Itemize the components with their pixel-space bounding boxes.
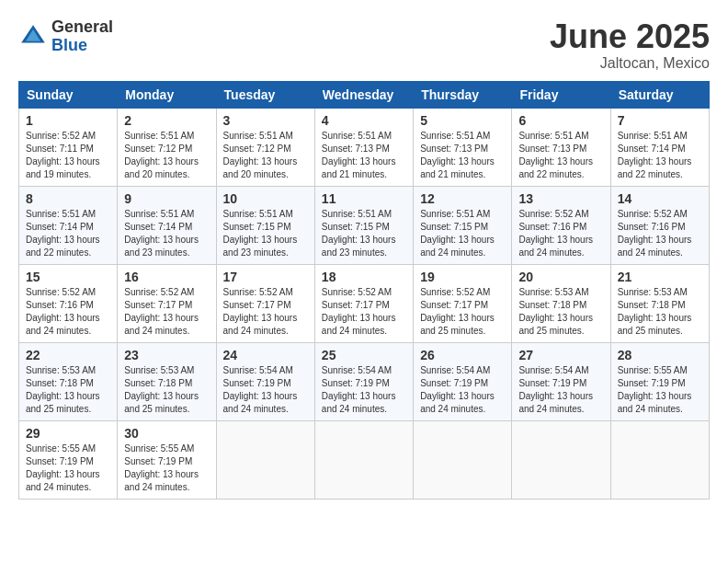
day-number: 13 — [518, 191, 603, 206]
calendar-cell — [610, 420, 709, 499]
logo: General Blue — [18, 18, 113, 55]
week-row-5: 29Sunrise: 5:55 AM Sunset: 7:19 PM Dayli… — [19, 420, 710, 499]
day-number: 2 — [124, 113, 209, 128]
logo-blue: Blue — [51, 37, 113, 55]
day-number: 21 — [618, 270, 702, 284]
day-info: Sunrise: 5:54 AM Sunset: 7:19 PM Dayligh… — [518, 364, 603, 416]
day-number: 8 — [26, 191, 110, 206]
logo-icon — [18, 22, 48, 52]
day-info: Sunrise: 5:52 AM Sunset: 7:17 PM Dayligh… — [420, 286, 505, 338]
day-info: Sunrise: 5:52 AM Sunset: 7:16 PM Dayligh… — [518, 208, 603, 259]
day-number: 24 — [223, 348, 308, 362]
calendar-table: SundayMondayTuesdayWednesdayThursdayFrid… — [18, 81, 710, 500]
calendar-cell: 18Sunrise: 5:52 AM Sunset: 7:17 PM Dayli… — [314, 264, 413, 342]
calendar-cell — [414, 420, 512, 499]
day-info: Sunrise: 5:52 AM Sunset: 7:17 PM Dayligh… — [322, 286, 406, 338]
calendar-cell: 12Sunrise: 5:51 AM Sunset: 7:15 PM Dayli… — [414, 186, 512, 264]
calendar-cell: 27Sunrise: 5:54 AM Sunset: 7:19 PM Dayli… — [512, 342, 610, 420]
col-header-friday: Friday — [512, 81, 610, 108]
calendar-cell: 21Sunrise: 5:53 AM Sunset: 7:18 PM Dayli… — [610, 264, 709, 342]
calendar-cell: 19Sunrise: 5:52 AM Sunset: 7:17 PM Dayli… — [414, 264, 512, 342]
location-title: Jaltocan, Mexico — [550, 55, 710, 72]
day-info: Sunrise: 5:55 AM Sunset: 7:19 PM Dayligh… — [618, 364, 702, 416]
calendar-cell: 30Sunrise: 5:55 AM Sunset: 7:19 PM Dayli… — [118, 420, 216, 499]
header-row: SundayMondayTuesdayWednesdayThursdayFrid… — [19, 81, 710, 108]
calendar-cell: 24Sunrise: 5:54 AM Sunset: 7:19 PM Dayli… — [216, 342, 314, 420]
week-row-4: 22Sunrise: 5:53 AM Sunset: 7:18 PM Dayli… — [19, 342, 710, 420]
day-info: Sunrise: 5:51 AM Sunset: 7:12 PM Dayligh… — [124, 130, 209, 181]
day-number: 5 — [420, 113, 505, 128]
page-header: General Blue June 2025 Jaltocan, Mexico — [18, 18, 710, 72]
calendar-cell: 11Sunrise: 5:51 AM Sunset: 7:15 PM Dayli… — [314, 186, 413, 264]
calendar-cell: 13Sunrise: 5:52 AM Sunset: 7:16 PM Dayli… — [512, 186, 610, 264]
day-number: 29 — [26, 426, 110, 441]
day-number: 3 — [223, 113, 308, 128]
day-number: 11 — [322, 191, 406, 206]
day-number: 19 — [420, 270, 505, 284]
calendar-cell: 17Sunrise: 5:52 AM Sunset: 7:17 PM Dayli… — [216, 264, 314, 342]
calendar-cell: 2Sunrise: 5:51 AM Sunset: 7:12 PM Daylig… — [118, 108, 216, 186]
col-header-saturday: Saturday — [610, 81, 709, 108]
calendar-cell: 26Sunrise: 5:54 AM Sunset: 7:19 PM Dayli… — [414, 342, 512, 420]
col-header-thursday: Thursday — [414, 81, 512, 108]
calendar-cell: 29Sunrise: 5:55 AM Sunset: 7:19 PM Dayli… — [19, 420, 118, 499]
calendar-cell: 8Sunrise: 5:51 AM Sunset: 7:14 PM Daylig… — [19, 186, 118, 264]
col-header-monday: Monday — [118, 81, 216, 108]
day-info: Sunrise: 5:51 AM Sunset: 7:15 PM Dayligh… — [322, 208, 406, 259]
day-number: 26 — [420, 348, 505, 362]
calendar-cell: 14Sunrise: 5:52 AM Sunset: 7:16 PM Dayli… — [610, 186, 709, 264]
calendar-cell: 1Sunrise: 5:52 AM Sunset: 7:11 PM Daylig… — [19, 108, 118, 186]
day-info: Sunrise: 5:54 AM Sunset: 7:19 PM Dayligh… — [223, 364, 308, 416]
day-info: Sunrise: 5:51 AM Sunset: 7:14 PM Dayligh… — [124, 208, 209, 259]
day-number: 14 — [618, 191, 702, 206]
calendar-cell: 20Sunrise: 5:53 AM Sunset: 7:18 PM Dayli… — [512, 264, 610, 342]
day-number: 7 — [618, 113, 702, 128]
day-info: Sunrise: 5:52 AM Sunset: 7:16 PM Dayligh… — [26, 286, 110, 338]
calendar-cell: 5Sunrise: 5:51 AM Sunset: 7:13 PM Daylig… — [414, 108, 512, 186]
day-number: 22 — [26, 348, 110, 362]
calendar-cell: 22Sunrise: 5:53 AM Sunset: 7:18 PM Dayli… — [19, 342, 118, 420]
calendar-cell: 15Sunrise: 5:52 AM Sunset: 7:16 PM Dayli… — [19, 264, 118, 342]
logo-general: General — [51, 18, 113, 37]
day-info: Sunrise: 5:52 AM Sunset: 7:16 PM Dayligh… — [618, 208, 702, 259]
col-header-wednesday: Wednesday — [314, 81, 413, 108]
day-info: Sunrise: 5:51 AM Sunset: 7:13 PM Dayligh… — [420, 130, 505, 181]
day-number: 16 — [124, 270, 209, 284]
month-title: June 2025 — [550, 18, 710, 55]
day-number: 4 — [322, 113, 406, 128]
calendar-cell: 3Sunrise: 5:51 AM Sunset: 7:12 PM Daylig… — [216, 108, 314, 186]
title-block: June 2025 Jaltocan, Mexico — [550, 18, 710, 72]
day-info: Sunrise: 5:51 AM Sunset: 7:12 PM Dayligh… — [223, 130, 308, 181]
day-info: Sunrise: 5:53 AM Sunset: 7:18 PM Dayligh… — [124, 364, 209, 416]
calendar-cell: 16Sunrise: 5:52 AM Sunset: 7:17 PM Dayli… — [118, 264, 216, 342]
calendar-cell — [216, 420, 314, 499]
day-info: Sunrise: 5:53 AM Sunset: 7:18 PM Dayligh… — [518, 286, 603, 338]
day-number: 20 — [518, 270, 603, 284]
day-number: 25 — [322, 348, 406, 362]
day-number: 18 — [322, 270, 406, 284]
day-info: Sunrise: 5:55 AM Sunset: 7:19 PM Dayligh… — [26, 442, 110, 494]
day-info: Sunrise: 5:53 AM Sunset: 7:18 PM Dayligh… — [618, 286, 702, 338]
day-number: 27 — [518, 348, 603, 362]
calendar-cell: 6Sunrise: 5:51 AM Sunset: 7:13 PM Daylig… — [512, 108, 610, 186]
calendar-cell: 28Sunrise: 5:55 AM Sunset: 7:19 PM Dayli… — [610, 342, 709, 420]
calendar-cell: 25Sunrise: 5:54 AM Sunset: 7:19 PM Dayli… — [314, 342, 413, 420]
col-header-sunday: Sunday — [19, 81, 118, 108]
day-info: Sunrise: 5:52 AM Sunset: 7:11 PM Dayligh… — [26, 130, 110, 181]
day-number: 1 — [26, 113, 110, 128]
day-number: 17 — [223, 270, 308, 284]
week-row-3: 15Sunrise: 5:52 AM Sunset: 7:16 PM Dayli… — [19, 264, 710, 342]
day-number: 10 — [223, 191, 308, 206]
logo-text: General Blue — [51, 18, 113, 55]
day-info: Sunrise: 5:54 AM Sunset: 7:19 PM Dayligh… — [420, 364, 505, 416]
day-number: 6 — [518, 113, 603, 128]
day-info: Sunrise: 5:52 AM Sunset: 7:17 PM Dayligh… — [223, 286, 308, 338]
calendar-cell — [314, 420, 413, 499]
day-info: Sunrise: 5:54 AM Sunset: 7:19 PM Dayligh… — [322, 364, 406, 416]
calendar-cell: 23Sunrise: 5:53 AM Sunset: 7:18 PM Dayli… — [118, 342, 216, 420]
day-number: 12 — [420, 191, 505, 206]
calendar-cell: 7Sunrise: 5:51 AM Sunset: 7:14 PM Daylig… — [610, 108, 709, 186]
calendar-cell: 10Sunrise: 5:51 AM Sunset: 7:15 PM Dayli… — [216, 186, 314, 264]
day-number: 28 — [618, 348, 702, 362]
col-header-tuesday: Tuesday — [216, 81, 314, 108]
